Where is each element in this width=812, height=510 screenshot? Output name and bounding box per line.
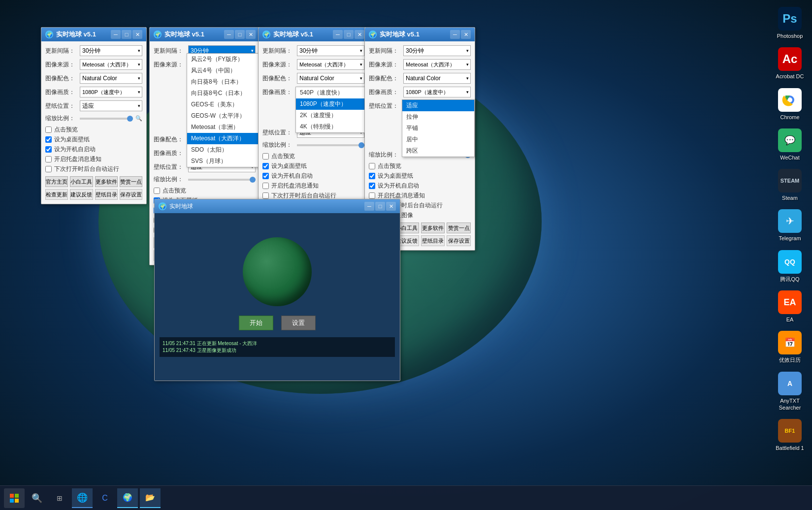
win1-zoom-label: 缩放比例： [45, 114, 80, 123]
win2-zoom-slider[interactable] [188, 179, 256, 181]
win3-minimize[interactable]: ─ [333, 30, 343, 39]
dropdown-item-8[interactable]: SDO（太阳） [187, 144, 259, 156]
wall-item-1[interactable]: 拉伸 [402, 111, 474, 123]
desktop-icon-calendar[interactable]: 📅 优效日历 [770, 329, 810, 365]
res-item-0[interactable]: 540P（速度快） [296, 87, 368, 98]
win1-walldir-btn[interactable]: 壁纸目录 [95, 189, 118, 200]
dropdown-item-9[interactable]: SVS（月球） [187, 156, 259, 167]
mini-start-btn[interactable]: 开始 [239, 316, 273, 330]
taskbar-realtime-earth[interactable]: 🌍 [117, 488, 138, 508]
win3-color-select[interactable]: Natural Color ▾ [297, 73, 364, 84]
win4-donate-btn[interactable]: 赞赏一点 [447, 223, 471, 233]
win1-zoom-slider[interactable] [80, 118, 133, 120]
dropdown-item-5[interactable]: GEOS-W（太平洋） [187, 110, 259, 122]
win4-minimize[interactable]: ─ [450, 30, 460, 39]
desktop-icon-qq[interactable]: QQ 腾讯QQ [770, 248, 810, 285]
win1-titlebar[interactable]: 🌍 实时地球 v5.1 ─ □ ✕ [41, 28, 146, 41]
win1-quality-row: 图像画质： 1080P（速度中） ▾ [45, 87, 142, 97]
desktop-icon-acrobat[interactable]: Ac Acrobat DC [770, 45, 810, 82]
win3-update-select[interactable]: 30分钟 ▾ [297, 45, 364, 56]
win2-minimize[interactable]: ─ [224, 30, 234, 39]
win3-cb1: 点击预览 [262, 152, 364, 160]
win1-save-btn[interactable]: 保存设置 [120, 189, 142, 200]
win2-maximize[interactable]: □ [235, 30, 245, 39]
win1-update-select[interactable]: 30分钟 ▾ [80, 45, 142, 56]
res-item-3[interactable]: 4K（特别慢） [296, 121, 368, 132]
dropdown-item-4[interactable]: GEOS-E（美东） [187, 99, 259, 110]
win1-close[interactable]: ✕ [132, 30, 142, 39]
win4-close[interactable]: ✕ [461, 30, 471, 39]
win1-color-select[interactable]: Natural Color ▾ [80, 73, 142, 84]
taskbar-task-view[interactable]: ⊞ [49, 488, 70, 508]
wechat-label: WeChat [780, 154, 800, 161]
desktop-icon-ea[interactable]: EA EA [770, 288, 810, 325]
win3-color-row: 图像配色： Natural Color ▾ [262, 73, 364, 84]
win1-wallpaper-select[interactable]: 适应 ▾ [80, 100, 142, 111]
win3-close[interactable]: ✕ [355, 30, 364, 39]
win3-source-row: 图像来源： Meteosat（大西洋） ▾ [262, 59, 364, 70]
win4-titlebar[interactable]: 🌍 实时地球 v5.1 ─ ✕ [365, 28, 475, 41]
calendar-label: 优效日历 [779, 356, 801, 363]
win1-donate-btn[interactable]: 赞赏一点 [120, 176, 142, 187]
steam-label: Steam [782, 194, 798, 201]
win1-official-btn[interactable]: 官方主页 [45, 176, 68, 187]
win1-body: 更新间隔： 30分钟 ▾ 图像来源： Meteosat（大西洋） ▾ 图像配色：… [41, 41, 146, 204]
desktop-icon-wechat[interactable]: 💬 WeChat [770, 127, 810, 163]
res-item-1[interactable]: 1080P（速度中） [296, 98, 368, 110]
mini-titlebar[interactable]: 🌍 实时地球 ─ □ ✕ [155, 199, 400, 213]
win1-minimize[interactable]: ─ [111, 30, 121, 39]
desktop-icon-telegram[interactable]: ✈ Telegram [770, 207, 810, 244]
wall-item-0[interactable]: 适应 [402, 100, 474, 111]
win3-source-select[interactable]: Meteosat（大西洋） ▾ [297, 59, 364, 70]
taskbar-app2[interactable]: 📂 [140, 488, 161, 508]
taskbar-start-btn[interactable] [4, 488, 25, 508]
mini-maximize[interactable]: □ [375, 202, 385, 211]
win4-update-select[interactable]: 30分钟 ▾ [403, 45, 471, 56]
win4-quality-label: 图像画质： [369, 88, 403, 96]
win3-titlebar[interactable]: 🌍 实时地球 v5.1 ─ □ ✕ [259, 28, 368, 41]
desktop-icon-steam[interactable]: STEAM Steam [770, 167, 810, 203]
taskbar-chrome[interactable]: C [95, 488, 115, 508]
desktop-icon-chrome[interactable]: Chrome [770, 86, 810, 123]
win1-quality-select[interactable]: 1080P（速度中） ▾ [80, 87, 142, 97]
win1-source-select[interactable]: Meteosat（大西洋） ▾ [80, 59, 142, 70]
win1-feedback-btn[interactable]: 建议反馈 [70, 189, 93, 200]
win2-close[interactable]: ✕ [246, 30, 256, 39]
win1-tool-btn[interactable]: 小白工具 [70, 176, 93, 187]
desktop-icon-anytxt[interactable]: A AnyTXT Searcher [770, 370, 810, 414]
dropdown-item-0[interactable]: 风云2号（FY版序） [187, 54, 259, 65]
win4-walldir-btn[interactable]: 壁纸目录 [421, 235, 445, 246]
dropdown-item-6[interactable]: Meteosat（非洲） [187, 122, 259, 133]
win2-titlebar[interactable]: 🌍 实时地球 v5.1 ─ □ ✕ [150, 28, 260, 41]
mini-minimize[interactable]: ─ [364, 202, 374, 211]
win1-maximize[interactable]: □ [122, 30, 131, 39]
win1-more-btn[interactable]: 更多软件 [95, 176, 118, 187]
desktop-icon-bf1[interactable]: BF1 Battlefield 1 [770, 417, 810, 453]
wall-item-2[interactable]: 平铺 [402, 123, 474, 134]
win1-cb1: 点击预览 [45, 126, 142, 134]
mini-close[interactable]: ✕ [386, 202, 396, 211]
win3-controls: ─ □ ✕ [333, 30, 364, 39]
taskbar-search[interactable]: 🔍 [27, 488, 47, 508]
win4-color-select[interactable]: Natural Color ▾ [403, 73, 471, 84]
wall-item-4[interactable]: 跨区 [402, 145, 474, 157]
win2-source-dropdown: 风云2号（FY版序） 风云4号（中国） 向日葵8号（日本） 向日葵8号C（日本）… [187, 53, 260, 167]
win4-source-select[interactable]: Meteosat（大西洋） ▾ [403, 59, 471, 70]
win3-zoom-slider[interactable] [297, 144, 364, 146]
taskbar-edge[interactable]: 🌐 [72, 488, 93, 508]
mini-settings-btn[interactable]: 设置 [281, 316, 316, 330]
dropdown-item-1[interactable]: 风云4号（中国） [187, 65, 259, 76]
dropdown-item-3[interactable]: 向日葵8号C（日本） [187, 88, 259, 99]
dropdown-item-2[interactable]: 向日葵8号（日本） [187, 76, 259, 88]
res-item-2[interactable]: 2K（速度慢） [296, 110, 368, 121]
win1-source-row: 图像来源： Meteosat（大西洋） ▾ [45, 59, 142, 70]
photoshop-icon: Ps [778, 7, 802, 31]
win4-more-btn[interactable]: 更多软件 [421, 223, 445, 233]
win3-maximize[interactable]: □ [344, 30, 354, 39]
desktop-icon-photoshop[interactable]: Ps Photoshop [770, 5, 810, 41]
win4-quality-select[interactable]: 1080P（速度中） ▾ [403, 87, 471, 97]
win4-save-btn[interactable]: 保存设置 [447, 235, 471, 246]
wall-item-3[interactable]: 居中 [402, 134, 474, 145]
dropdown-item-7[interactable]: Meteosat（大西洋） [187, 133, 259, 144]
win1-check-btn[interactable]: 检查更新 [45, 189, 68, 200]
